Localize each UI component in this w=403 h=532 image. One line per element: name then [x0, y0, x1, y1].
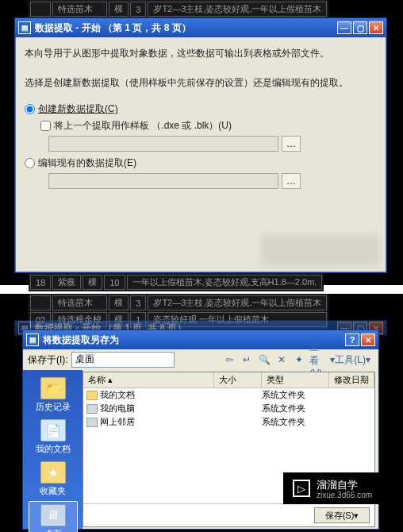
- option-edit-label: 编辑现有的数据提取(E): [38, 156, 136, 170]
- template-path-field: [48, 136, 278, 152]
- col-date[interactable]: 修改日期: [329, 372, 374, 387]
- network-icon: [86, 418, 98, 427]
- watermark-url: zixue.3d66.com: [317, 491, 372, 499]
- save-bottom-bar: 保存(S) ▾: [83, 503, 374, 526]
- save-in-label: 保存于(I):: [28, 353, 68, 367]
- radio-create[interactable]: [25, 104, 35, 114]
- nav-history[interactable]: 📁 历史记录: [29, 375, 78, 415]
- option-create-label: 创建新数据提取(C): [38, 102, 118, 116]
- radio-edit[interactable]: [25, 158, 35, 168]
- window-title: 将数据提取另存为: [43, 333, 119, 347]
- tools-menu[interactable]: ▾ 工具(L) ▾: [327, 353, 374, 367]
- browse-existing-button[interactable]: …: [282, 173, 301, 189]
- minimize-button[interactable]: —: [337, 21, 351, 34]
- places-bar: 📁 历史记录 📄 我的文档 ★ 收藏夹 🖥 桌面: [23, 370, 83, 529]
- delete-icon[interactable]: ✕: [274, 353, 289, 367]
- titlebar[interactable]: ▤ 将数据提取另存为 ? ✕: [23, 330, 378, 349]
- up-icon[interactable]: ↵: [240, 353, 254, 367]
- maximize-button[interactable]: ▢: [353, 21, 367, 34]
- save-in-combo[interactable]: 桌面: [71, 352, 175, 368]
- watermark-brand: 溜溜自学: [317, 479, 358, 491]
- bg-table-upper-bottom: 18 紫薇 棵 10 一年以上假植苗木,姿态较好观,支高H1.8—2.0m.: [29, 273, 324, 291]
- list-item[interactable]: 网上邻居 系统文件夹: [83, 415, 374, 429]
- desktop-icon: 🖥: [40, 504, 66, 526]
- logo-icon: ▷: [293, 480, 310, 497]
- new-folder-icon[interactable]: ✦: [292, 353, 306, 367]
- help-button[interactable]: ?: [345, 333, 359, 346]
- favorites-icon: ★: [40, 461, 66, 484]
- documents-icon: 📄: [40, 419, 66, 441]
- close-button[interactable]: ✕: [361, 333, 375, 346]
- list-item[interactable]: 我的电脑 系统文件夹: [83, 402, 374, 415]
- col-name[interactable]: 名称 ▴: [83, 372, 214, 387]
- nav-favorites[interactable]: ★ 收藏夹: [29, 459, 78, 499]
- wizard-window: ▤ 数据提取 - 开始 （第 1 页，共 8 页） — ▢ ✕ 本向导用于从图形…: [14, 17, 387, 273]
- close-button[interactable]: ✕: [369, 21, 383, 34]
- file-list-header[interactable]: 名称 ▴ 大小 类型 修改日期: [83, 372, 374, 388]
- search-icon[interactable]: 🔍: [257, 353, 271, 367]
- list-item[interactable]: 我的文档 系统文件夹: [83, 388, 374, 402]
- blurred-area: [261, 234, 380, 266]
- computer-icon: [86, 404, 98, 414]
- table-row: 特选苗木 棵 3 岁T2—3主枝,姿态较好观,一年以上假植苗木: [30, 2, 327, 17]
- app-icon: ▤: [18, 21, 31, 34]
- table-row: 特选苗木 棵 3 岁T2—3主枝,姿态较好观,一年以上假植苗木: [30, 295, 327, 310]
- view-menu[interactable]: 查看(V): [309, 353, 324, 367]
- checkbox-use-template[interactable]: [40, 121, 51, 131]
- col-size[interactable]: 大小: [214, 372, 262, 387]
- folder-icon: 📁: [40, 377, 66, 399]
- col-type[interactable]: 类型: [262, 372, 329, 387]
- titlebar[interactable]: ▤ 数据提取 - 开始 （第 1 页，共 8 页） — ▢ ✕: [15, 18, 386, 37]
- app-icon: ▤: [26, 333, 39, 346]
- table-row: 18 紫薇 棵 10 一年以上假植苗木,姿态较好观,支高H1.8—2.0m.: [30, 275, 322, 290]
- option-create-new[interactable]: 创建新数据提取(C): [25, 102, 377, 116]
- nav-desktop[interactable]: 🖥 桌面: [29, 501, 78, 532]
- existing-path-field: [48, 173, 278, 189]
- nav-my-documents[interactable]: 📄 我的文档: [29, 417, 78, 457]
- save-button[interactable]: 保存(S) ▾: [314, 507, 370, 523]
- folder-icon: [86, 391, 98, 400]
- save-toolbar: 保存于(I): 桌面 ⇦ ↵ 🔍 ✕ ✦ 查看(V) ▾ 工具(L) ▾: [23, 349, 378, 370]
- wizard-description: 本向导用于从图形中提取对象数据，这些数据可输出到表格或外部文件。: [25, 47, 377, 60]
- watermark: ▷ 溜溜自学 zixue.3d66.com: [283, 472, 401, 504]
- back-icon[interactable]: ⇦: [222, 353, 236, 367]
- option-edit-existing[interactable]: 编辑现有的数据提取(E): [25, 156, 377, 170]
- browse-template-button[interactable]: …: [282, 136, 301, 152]
- checkbox-use-template-row[interactable]: 将上一个提取用作样板 （.dxe 或 .blk）(U): [40, 119, 377, 133]
- wizard-prompt: 选择是创建新数据提取（使用样板中先前保存的设置）还是编辑现有的提取。: [25, 76, 377, 90]
- window-title: 数据提取 - 开始 （第 1 页，共 8 页）: [35, 21, 191, 35]
- checkbox-use-template-label: 将上一个提取用作样板 （.dxe 或 .blk）(U): [54, 119, 232, 133]
